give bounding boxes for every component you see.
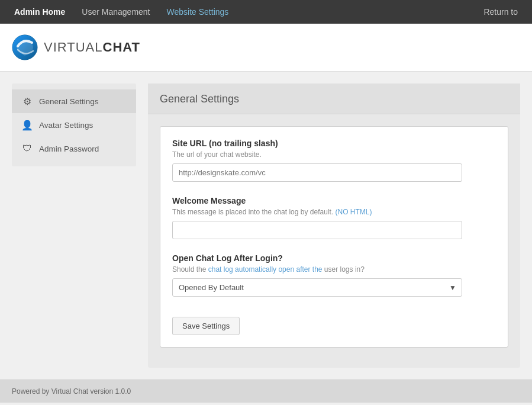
nav-admin-home[interactable]: Admin Home bbox=[6, 0, 73, 24]
gear-icon: ⚙ bbox=[21, 95, 33, 107]
field-site-url: Site URL (no trailing slash) The url of … bbox=[172, 139, 496, 182]
select-open-chat-log[interactable]: Opened By Default Closed By Default bbox=[172, 278, 462, 297]
desc-open-chat-log: Should the chat log automatically open a… bbox=[172, 265, 496, 274]
nav-user-management[interactable]: User Management bbox=[73, 0, 158, 24]
sidebar-item-avatar-settings[interactable]: 👤 Avatar Settings bbox=[12, 113, 136, 137]
top-nav: Admin Home User Management Website Setti… bbox=[0, 0, 532, 24]
desc-chat-plain: Should the bbox=[172, 265, 208, 274]
label-open-chat-log: Open Chat Log After Login? bbox=[172, 253, 496, 263]
sidebar-label-general-settings: General Settings bbox=[39, 97, 99, 106]
shield-icon: 🛡 bbox=[21, 143, 33, 155]
nav-return-link[interactable]: Return to bbox=[475, 0, 526, 24]
desc-chat-highlight: chat log automatically open after the bbox=[208, 265, 323, 274]
desc-site-url: The url of your chat website. bbox=[172, 150, 496, 159]
label-site-url: Site URL (no trailing slash) bbox=[172, 139, 496, 148]
sidebar-item-general-settings[interactable]: ⚙ General Settings bbox=[12, 89, 136, 113]
input-welcome-message[interactable] bbox=[172, 221, 462, 239]
logo-text: VIRTUALCHAT bbox=[44, 40, 140, 55]
logo-chat: CHAT bbox=[103, 40, 140, 54]
sidebar: ⚙ General Settings 👤 Avatar Settings 🛡 A… bbox=[12, 83, 136, 166]
label-welcome-message: Welcome Message bbox=[172, 196, 496, 205]
input-site-url[interactable] bbox=[172, 163, 462, 182]
footer-text: Powered by Virtual Chat version 1.0.0 bbox=[12, 387, 131, 396]
logo-icon bbox=[12, 34, 38, 60]
desc-welcome-plain: This message is placed into the chat log… bbox=[172, 208, 336, 216]
content-body: Site URL (no trailing slash) The url of … bbox=[148, 114, 520, 359]
desc-welcome-highlight: (NO HTML) bbox=[336, 208, 372, 216]
avatar-icon: 👤 bbox=[21, 119, 33, 131]
desc-welcome-message: This message is placed into the chat log… bbox=[172, 208, 496, 216]
logo-virtual: VIRTUAL bbox=[44, 40, 103, 54]
field-welcome-message: Welcome Message This message is placed i… bbox=[172, 196, 496, 239]
save-settings-button[interactable]: Save Settings bbox=[172, 317, 240, 335]
content-panel: General Settings Site URL (no trailing s… bbox=[148, 83, 520, 368]
field-open-chat-log: Open Chat Log After Login? Should the ch… bbox=[172, 253, 496, 297]
content-title: General Settings bbox=[148, 83, 520, 114]
logo-bar: VIRTUALCHAT bbox=[0, 24, 532, 72]
nav-website-settings[interactable]: Website Settings bbox=[159, 0, 237, 24]
sidebar-label-avatar-settings: Avatar Settings bbox=[39, 121, 93, 130]
form-section: Site URL (no trailing slash) The url of … bbox=[160, 126, 508, 348]
main-layout: ⚙ General Settings 👤 Avatar Settings 🛡 A… bbox=[0, 72, 532, 380]
sidebar-item-admin-password[interactable]: 🛡 Admin Password bbox=[12, 137, 136, 160]
desc-chat-suffix: user logs in? bbox=[323, 265, 365, 274]
footer: Powered by Virtual Chat version 1.0.0 bbox=[0, 380, 532, 403]
select-wrapper-open-chat: Opened By Default Closed By Default ▼ bbox=[172, 278, 462, 297]
sidebar-label-admin-password: Admin Password bbox=[39, 144, 99, 153]
